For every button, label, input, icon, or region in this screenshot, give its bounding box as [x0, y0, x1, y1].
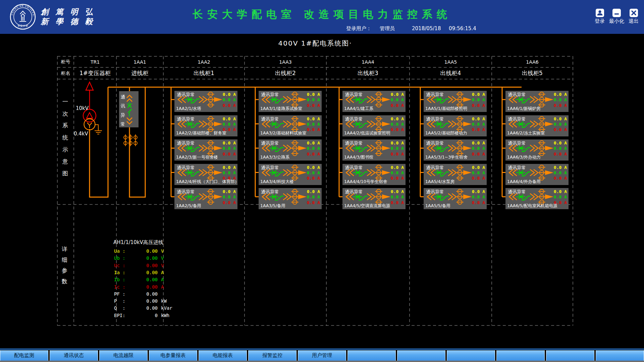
feeder-currents: 0.0 A0.0 A0.0 A — [554, 116, 567, 133]
nav-item-empty[interactable] — [347, 350, 396, 361]
feeder-currents: 0.0 A0.0 A0.0 A — [307, 140, 320, 157]
feeder-box[interactable]: 通讯异常0.0 A0.0 A0.0 A1AA3/5/备用 — [259, 188, 322, 209]
feeder-current-b: 0.0 A — [472, 122, 485, 127]
feeder-box[interactable]: 通讯异常0.0 A0.0 A0.0 A1AA2/1/水塔 — [174, 91, 237, 112]
feeder-currents: 0.0 A0.0 A0.0 A — [472, 165, 485, 181]
feeder-currents: 0.0 A0.0 A0.0 A — [472, 116, 485, 133]
feeder-currents: 0.0 A0.0 A0.0 A — [472, 140, 485, 157]
feeder-current-a: 0.0 A — [307, 189, 320, 194]
feeder-current-b: 0.0 A — [554, 194, 567, 200]
feeder-box[interactable]: 通讯异常0.0 A0.0 A0.0 A1AA2/3/新一号宿舍楼 — [174, 139, 237, 161]
param-value: 0 — [133, 313, 158, 318]
nav-item-empty[interactable] — [397, 350, 445, 361]
feeder-box[interactable]: 通讯异常0.0 A0.0 A0.0 A1AA4/1/建工系 — [342, 91, 406, 112]
feeder-current-a: 0.0 A — [554, 92, 567, 97]
feeder-current-b: 0.0 A — [307, 97, 320, 103]
feeder-current-a: 0.0 A — [472, 140, 485, 146]
feeder-current-b: 0.0 A — [391, 97, 404, 103]
param-value: 0.00 — [133, 291, 158, 297]
feeder-currents: 0.0 A0.0 A0.0 A — [223, 189, 236, 205]
feeder-box[interactable]: 通讯异常0.0 A0.0 A0.0 A1AA4/3/图书馆 — [342, 139, 406, 161]
param-label: Ib : — [114, 277, 133, 282]
cabinet-name-cell: 进线柜 — [116, 67, 163, 79]
feeder-box[interactable]: 通讯异常0.0 A0.0 A0.0 A1AA3/2/基础材料试验室 — [259, 115, 322, 136]
param-unit: V — [161, 248, 164, 254]
nav-item[interactable]: 电参量报表 — [149, 350, 197, 361]
nav-item[interactable]: 用户管理 — [298, 350, 346, 361]
feeder-label: 1AA3/2/基础材料试验室 — [260, 130, 306, 136]
nav-item[interactable]: 电能报表 — [199, 350, 247, 361]
nav-item-empty[interactable] — [596, 350, 644, 361]
feeder-current-c: 0.0 A — [554, 176, 567, 181]
feeder-current-b: 0.0 A — [554, 170, 567, 176]
feeder-label: 1AA4/3/图书馆 — [344, 155, 373, 160]
feeder-box[interactable]: 通讯异常0.0 A0.0 A0.0 A1AA3/3/公路系 — [259, 139, 322, 161]
feeder-box[interactable]: 通讯异常0.0 A0.0 A0.0 A1AA6/2/冻土实验室 — [505, 115, 569, 136]
feeder-label: 1AA4/4/10号学生宿舍 — [344, 179, 387, 185]
feeder-currents: 0.0 A0.0 A0.0 A — [223, 92, 236, 108]
feeder-box[interactable]: 通讯异常0.0 A0.0 A0.0 A1AA5/2/基础部楼动力 — [424, 115, 487, 136]
feeder-box[interactable]: 通讯异常0.0 A0.0 A0.0 A1AA3/1/道路系试验室 — [259, 91, 322, 112]
nav-item-empty[interactable] — [447, 350, 495, 361]
feeder-box[interactable]: 通讯异常0.0 A0.0 A0.0 A1AA2/2/基础部楼、财务室 — [174, 115, 237, 136]
feeder-box[interactable]: 通讯异常0.0 A0.0 A0.0 A1AA5/5/备用 — [424, 188, 487, 209]
feeder-current-c: 0.0 A — [554, 103, 567, 108]
nav-item[interactable]: 配电监测 — [0, 350, 48, 361]
ground-icon — [95, 125, 102, 134]
feeder-label: 1AA2/3/新一号宿舍楼 — [176, 155, 218, 160]
feeder-current-a: 0.0 A — [554, 140, 567, 146]
feeder-box[interactable]: 通讯异常0.0 A0.0 A0.0 A1AA3/4/科技大楼 — [259, 164, 322, 185]
feeder-current-b: 0.0 A — [307, 194, 320, 200]
nav-item[interactable]: 电流越限 — [99, 350, 148, 361]
feeder-currents: 0.0 A0.0 A0.0 A — [554, 140, 567, 157]
feeder-box[interactable]: 通讯异常0.0 A0.0 A0.0 A1AA2/5/备用 — [174, 188, 237, 209]
nav-item-empty[interactable] — [546, 350, 594, 361]
feeder-current-b: 0.0 A — [223, 194, 236, 200]
feeder-current-c: 0.0 A — [307, 176, 320, 181]
feeder-box[interactable]: 通讯异常0.0 A0.0 A0.0 A1AA6/5/配电室风机箱电源 — [505, 188, 569, 209]
feeder-label: 1AA5/4/水泵房 — [425, 179, 454, 185]
feeder-current-b: 0.0 A — [223, 170, 236, 176]
nav-item-empty[interactable] — [496, 350, 545, 361]
main-area: 400V 1#配电系统图· — [0, 34, 644, 349]
feeder-box[interactable]: 通讯异常0.0 A0.0 A0.0 A1AA6/3/外办动力 — [505, 139, 569, 161]
feeder-current-b: 0.0 A — [307, 122, 320, 127]
feeder-current-c: 0.0 A — [307, 152, 320, 157]
feeder-box[interactable]: 通讯异常0.0 A0.0 A0.0 A1AA6/4/外办备用 — [505, 164, 569, 185]
feeder-box[interactable]: 通讯异常0.0 A0.0 A0.0 A1AA5/1/基础部楼照明 — [424, 91, 487, 112]
feeder-current-a: 0.0 A — [391, 140, 404, 146]
feeder-label: 1AA6/1/新锅炉房 — [507, 106, 541, 112]
feeder-current-c: 0.0 A — [554, 152, 567, 157]
side-label-detail-params: 详细参数 — [61, 244, 68, 287]
feeder-current-b: 0.0 A — [472, 97, 485, 103]
feeder-current-b: 0.0 A — [554, 146, 567, 151]
ct-symbols — [124, 134, 137, 146]
feeder-current-b: 0.0 A — [223, 146, 236, 151]
param-value: 0.00 — [133, 305, 158, 311]
param-value: 0.00 — [133, 277, 158, 282]
param-unit: kWh — [161, 313, 169, 318]
param-value: 0.00 — [133, 263, 158, 268]
feeder-current-a: 0.0 A — [391, 92, 404, 97]
side-label-primary-diagram: 一次系统示意图 — [62, 96, 68, 180]
feeder-current-b: 0.0 A — [472, 146, 485, 151]
feeder-label: 1AA3/1/道路系试验室 — [260, 106, 302, 112]
feeder-current-c: 0.0 A — [554, 127, 567, 132]
feeder-current-c: 0.0 A — [391, 176, 404, 181]
feeder-box[interactable]: 通讯异常0.0 A0.0 A0.0 A1AA2/4/杆线（大门口、体育部） — [174, 164, 237, 185]
params-panel-title: AH1/1/10kV高压进线 — [113, 239, 163, 246]
feeder-box[interactable]: 通讯异常0.0 A0.0 A0.0 A1AA4/4/10号学生宿舍 — [342, 164, 406, 185]
feeder-current-c: 0.0 A — [391, 200, 404, 205]
feeder-box[interactable]: 通讯异常0.0 A0.0 A0.0 A1AA5/3/1~3学生宿舍 — [424, 139, 487, 161]
feeder-box[interactable]: 通讯异常0.0 A0.0 A0.0 A1AA5/4/水泵房 — [424, 164, 487, 185]
nav-item[interactable]: 通讯状态 — [50, 350, 98, 361]
feeder-current-b: 0.0 A — [307, 146, 320, 151]
feeder-box[interactable]: 通讯异常0.0 A0.0 A0.0 A1AA4/5/空调直流屏电源 — [342, 188, 406, 209]
param-unit: V — [161, 263, 164, 268]
feeder-box[interactable]: 通讯异常0.0 A0.0 A0.0 A1AA6/1/新锅炉房 — [505, 91, 569, 112]
cabinet-name-cell: 出线柜1 — [163, 67, 245, 79]
incoming-comm-status: 通讯异常 — [120, 93, 125, 129]
feeder-current-a: 0.0 A — [391, 116, 404, 122]
nav-item[interactable]: 报警监控 — [248, 350, 297, 361]
feeder-box[interactable]: 通讯异常0.0 A0.0 A0.0 A1AA4/2/低温试验室照明 — [342, 115, 406, 136]
